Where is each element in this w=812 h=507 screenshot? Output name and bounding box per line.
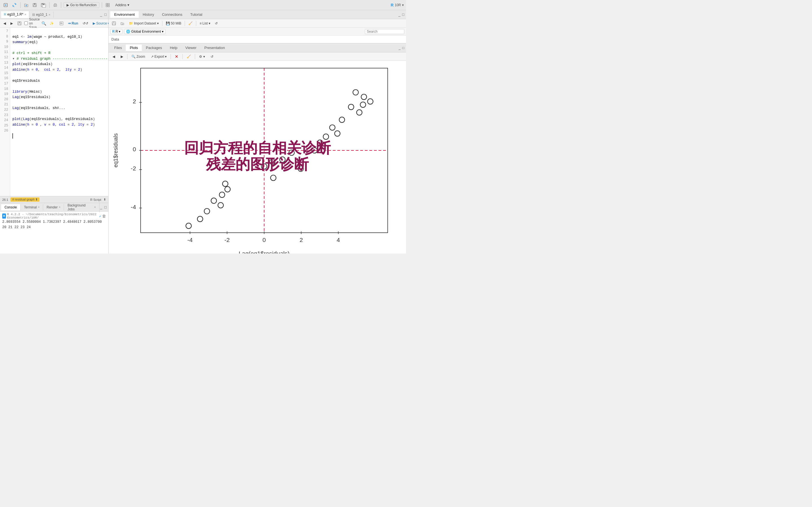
code-line-11: # ctrl + shift + R xyxy=(12,51,106,56)
right-top: Environment History Connections Tutorial… xyxy=(109,10,406,43)
sep1 xyxy=(20,2,20,8)
globe-icon: 🌐 xyxy=(126,30,130,34)
minimize-plot-btn[interactable]: _ xyxy=(399,46,401,50)
save-file-btn[interactable] xyxy=(16,21,23,26)
memory-btn[interactable]: 💾 50 MiB xyxy=(164,21,183,26)
minimize-editor-btn[interactable]: _ xyxy=(100,12,103,17)
magic-wand-btn[interactable]: ✨ xyxy=(48,21,56,26)
code-line-10 xyxy=(12,45,106,51)
terminal-close[interactable]: × xyxy=(38,206,40,209)
tab-eg10_1-close[interactable]: × xyxy=(49,13,50,16)
console-values: 2.8693554 2.5580004 1.7362397 2.4848617 … xyxy=(2,219,106,230)
code-line-9: summary(eq1) xyxy=(12,40,106,45)
plot-tab-actions: _ □ xyxy=(399,46,404,50)
zoom-icon: 🔍 xyxy=(132,55,136,59)
env-tab-history[interactable]: History xyxy=(139,11,158,18)
code-line-8: eq1 <- lm(wage ~ product, eg10_1) xyxy=(12,34,106,40)
console-area[interactable]: R R 4.2.2 · ~/Documents/teaching/Econome… xyxy=(0,212,108,253)
terminal-tab[interactable]: Terminal × xyxy=(20,204,43,210)
render-close[interactable]: × xyxy=(59,206,61,209)
maximize-env-btn[interactable]: □ xyxy=(402,12,404,17)
svg-rect-13 xyxy=(43,4,45,5)
background-jobs-tab[interactable]: Background Jobs × xyxy=(64,202,99,212)
r-selector[interactable]: R R ▾ xyxy=(110,29,122,34)
tab-eg10_1[interactable]: ▤ eg10_1 × xyxy=(29,11,53,18)
refresh-env-btn[interactable]: ↺ xyxy=(213,21,219,26)
list-btn[interactable]: ≡ List ▾ xyxy=(198,21,212,26)
new-file-btn[interactable] xyxy=(2,2,9,8)
search-icon: 🔍 xyxy=(42,21,46,25)
save-all-btn[interactable] xyxy=(40,2,47,8)
svg-text:-2: -2 xyxy=(131,165,136,172)
env-search-input[interactable] xyxy=(365,29,404,34)
script-type: R Script xyxy=(90,198,101,202)
plot-refresh-btn[interactable]: ↺ xyxy=(208,54,216,59)
code-editor[interactable]: 7891011 1213141516 1718192021 2223242526… xyxy=(0,27,108,196)
bottom-tabs: Console Terminal × Render × Background J… xyxy=(0,203,108,212)
save-btn[interactable] xyxy=(31,2,38,8)
refresh-btn[interactable] xyxy=(11,2,18,8)
env-tab-tutorial[interactable]: Tutorial xyxy=(186,11,206,18)
save-env-btn[interactable] xyxy=(110,21,117,26)
code-line-14: abline(h = 0, col = 2, lty = 2) xyxy=(12,67,106,73)
plot-sep1 xyxy=(127,54,128,59)
open-btn[interactable] xyxy=(23,2,30,8)
zoom-btn[interactable]: 🔍 Zoom xyxy=(129,54,147,59)
load-env-btn[interactable] xyxy=(119,21,126,26)
tab-help[interactable]: Help xyxy=(166,45,181,51)
btab-actions: _ □ xyxy=(100,205,107,210)
code-line-18: library(Hmisc) xyxy=(12,89,106,95)
export-btn[interactable]: ↗ Export ▾ xyxy=(149,54,169,59)
source-on-save-checkbox[interactable] xyxy=(24,21,28,25)
plot-forward-btn[interactable]: ▶ xyxy=(118,54,125,59)
env-tab-environment[interactable]: Environment xyxy=(110,11,139,18)
forward-btn[interactable]: ▶ xyxy=(9,21,15,26)
code-line-22 xyxy=(12,111,106,117)
tab-plots[interactable]: Plots xyxy=(126,45,142,51)
re-run-btn[interactable]: ↺↺ xyxy=(81,21,90,26)
tab-viewer[interactable]: Viewer xyxy=(181,45,200,51)
import-icon: 📁 xyxy=(129,21,133,25)
bg-jobs-close[interactable]: × xyxy=(94,206,96,209)
tab-eg10_1_R-close[interactable]: × xyxy=(24,13,26,16)
tab-packages[interactable]: Packages xyxy=(142,45,166,51)
close-plot-btn[interactable]: ✕ xyxy=(172,54,181,60)
plot-sep2 xyxy=(170,54,171,59)
minimize-console-btn[interactable]: _ xyxy=(100,205,103,210)
svg-rect-25 xyxy=(60,22,62,23)
svg-rect-8 xyxy=(34,3,36,4)
run-btn[interactable]: ⇒ Run xyxy=(66,21,80,26)
print-btn[interactable] xyxy=(52,2,59,8)
tab-files[interactable]: Files xyxy=(110,45,126,51)
source-btn[interactable]: ▶ Source ▾ xyxy=(91,21,111,26)
maximize-editor-btn[interactable]: □ xyxy=(104,12,107,17)
sep2 xyxy=(49,2,50,8)
code-btn[interactable] xyxy=(58,21,65,26)
global-env-selector[interactable]: 🌐 Global Environment ▾ xyxy=(124,29,165,34)
broom-btn[interactable]: 🧹 xyxy=(187,21,194,26)
grid-btn[interactable] xyxy=(104,2,111,8)
addins-btn[interactable]: Addins ▾ xyxy=(113,2,132,8)
clear-console-btn[interactable]: 🗑 xyxy=(102,214,106,218)
maximize-plot-btn[interactable]: □ xyxy=(402,46,404,50)
plot-settings-btn[interactable]: ⚙ ▾ xyxy=(197,54,207,59)
plot-back-btn[interactable]: ◀ xyxy=(110,54,117,59)
maximize-console-btn[interactable]: □ xyxy=(104,205,107,210)
import-dataset-btn[interactable]: 📁 Import Dataset ▾ xyxy=(127,21,160,26)
broom-plot-btn[interactable]: 🧹 xyxy=(185,54,193,59)
svg-rect-17 xyxy=(106,3,107,5)
code-line-26 xyxy=(12,133,106,139)
tab-presentation[interactable]: Presentation xyxy=(200,45,229,51)
back-btn[interactable]: ◀ xyxy=(2,21,8,26)
render-tab[interactable]: Render × xyxy=(43,204,64,210)
svg-text:eq1$residuals: eq1$residuals xyxy=(112,133,119,167)
data-label: Data xyxy=(109,36,406,43)
console-tab[interactable]: Console xyxy=(1,204,20,210)
minimize-env-btn[interactable]: _ xyxy=(398,12,400,17)
env-tab-actions: _ □ xyxy=(398,12,404,17)
env-tab-connections[interactable]: Connections xyxy=(158,11,186,18)
go-to-file-btn[interactable]: ▶ Go to file/function xyxy=(63,2,100,8)
tab-eg10_1_R[interactable]: R eg10_1.R* × xyxy=(1,11,29,18)
path-link-icon: ↗ xyxy=(99,214,101,218)
env-sep2 xyxy=(185,21,185,26)
